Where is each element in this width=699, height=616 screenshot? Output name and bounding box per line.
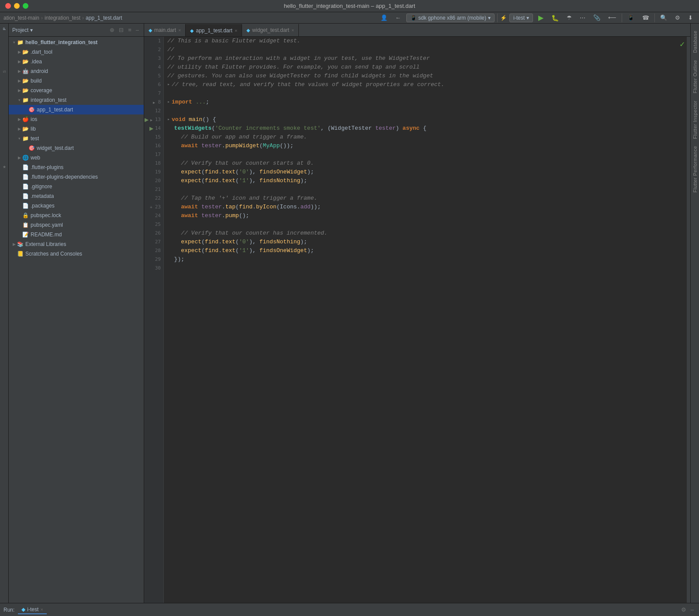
window-controls[interactable] bbox=[5, 3, 28, 9]
code-line-25 bbox=[167, 220, 683, 229]
tree-item-widget-test[interactable]: 🎯 widget_test.dart bbox=[9, 143, 144, 153]
gutter-line-29: 29 bbox=[155, 255, 161, 264]
tab-close-button[interactable]: × bbox=[291, 28, 294, 33]
tree-item-android[interactable]: ▶ 🤖 android bbox=[9, 66, 144, 76]
tree-item-dart-tool[interactable]: ▶ 📂 .dart_tool bbox=[9, 47, 144, 57]
gutter-line-27: 27 bbox=[155, 238, 161, 246]
folder-icon: 📂 bbox=[22, 77, 29, 84]
tree-item-ios[interactable]: ▶ 🍎 ios bbox=[9, 114, 144, 124]
expand-arrow: ▶ bbox=[17, 49, 22, 55]
project-panel: Project ▾ ⊕ ⊟ ≡ – ▾ 📁 hello_flutter_inte… bbox=[9, 24, 144, 603]
file-ok-indicator: ✓ bbox=[679, 40, 685, 48]
expand-arrow: ▶ bbox=[17, 59, 22, 64]
tree-item-web[interactable]: ▶ 🌐 web bbox=[9, 153, 144, 163]
tree-item-build[interactable]: ▶ 📂 build bbox=[9, 76, 144, 86]
run-gutter-icon[interactable]: ▶▶ bbox=[144, 117, 149, 123]
structure-icon[interactable]: S bbox=[1, 68, 8, 75]
update-button[interactable]: ⬇ bbox=[685, 13, 696, 22]
folder-icon: 📂 bbox=[22, 48, 29, 55]
tree-item-metadata[interactable]: 📄 .metadata bbox=[9, 191, 144, 201]
tree-item-pubspec-lock[interactable]: 🔒 pubspec.lock bbox=[9, 211, 144, 220]
maximize-button[interactable] bbox=[23, 3, 28, 9]
phone-icon: 📱 bbox=[410, 15, 417, 21]
file-icon: 📄 bbox=[22, 202, 29, 209]
tree-item-test[interactable]: ▾ 📁 test bbox=[9, 134, 144, 143]
coverage-button[interactable]: ☂ bbox=[564, 13, 574, 22]
search-everywhere-button[interactable]: 🔍 bbox=[657, 13, 670, 22]
gutter-line-25: 25 bbox=[155, 220, 161, 229]
favorites-icon[interactable]: ★ bbox=[1, 163, 8, 170]
more-run-options[interactable]: ⋯ bbox=[577, 13, 588, 22]
root-label: hello_flutter_integration_test bbox=[25, 39, 97, 45]
tree-item-app1-test[interactable]: 🎯 app_1_test.dart bbox=[9, 105, 144, 114]
tab-close-button[interactable]: × bbox=[235, 28, 237, 33]
tree-item-readme[interactable]: 📝 README.md bbox=[9, 230, 144, 239]
expand-arrow: ▾ bbox=[17, 136, 22, 141]
close-button[interactable] bbox=[5, 3, 11, 9]
gutter-line-19: 19 bbox=[155, 168, 161, 176]
vcs-button[interactable]: 👤 bbox=[378, 13, 390, 22]
sidebar-database[interactable]: Database bbox=[692, 27, 699, 56]
close-panel-button[interactable]: – bbox=[135, 26, 140, 34]
tab-app1-test[interactable]: ◆ app_1_test.dart × bbox=[186, 24, 242, 36]
code-content[interactable]: // This is a basic Flutter widget test. … bbox=[164, 37, 687, 603]
sidebar-flutter-performance[interactable]: Flutter Performance bbox=[692, 142, 699, 196]
breadcrumb-folder[interactable]: integration_test bbox=[45, 15, 80, 21]
settings-button[interactable]: ⚙ bbox=[672, 13, 683, 22]
no-arrow bbox=[23, 107, 28, 112]
run-gutter-icon[interactable]: ▶ bbox=[149, 125, 153, 132]
window-title: hello_flutter_integration_test-main – ap… bbox=[284, 3, 415, 9]
run-tab-close[interactable]: × bbox=[40, 607, 43, 612]
run-button[interactable]: ▶ bbox=[536, 12, 546, 23]
panel-toolbar: ⊕ ⊟ ≡ – bbox=[108, 26, 140, 34]
code-editor[interactable]: 1 2 3 4 5 6 7 ▸ 8 12 ▶▶ ▸ 13 ▶ bbox=[144, 37, 690, 603]
project-icon: 📁 bbox=[17, 39, 24, 46]
breadcrumb-project[interactable]: ation_test-main bbox=[3, 15, 39, 21]
sidebar-flutter-inspector[interactable]: Flutter Inspector bbox=[692, 97, 699, 142]
tree-item-scratches[interactable]: 📒 Scratches and Consoles bbox=[9, 249, 144, 259]
settings-button[interactable]: ⚙ bbox=[679, 606, 688, 614]
tree-item-coverage[interactable]: ▶ 📂 coverage bbox=[9, 86, 144, 95]
item-label: app_1_test.dart bbox=[37, 107, 73, 113]
item-label: widget_test.dart bbox=[37, 145, 74, 151]
tree-root[interactable]: ▾ 📁 hello_flutter_integration_test bbox=[9, 38, 144, 47]
tab-main-dart[interactable]: ◆ main.dart × bbox=[144, 24, 186, 36]
breadcrumb-file[interactable]: app_1_test.dart bbox=[86, 15, 122, 21]
tree-item-lib[interactable]: ▶ 📂 lib bbox=[9, 124, 144, 134]
code-line-12 bbox=[167, 107, 683, 115]
device-selector[interactable]: 📱 sdk gphone x86 arm (mobile) ▾ bbox=[406, 14, 495, 22]
tree-item-packages[interactable]: 📄 .packages bbox=[9, 201, 144, 211]
back-button[interactable]: ← bbox=[393, 13, 404, 22]
attach-button[interactable]: 📎 bbox=[591, 13, 603, 22]
tab-close-button[interactable]: × bbox=[178, 28, 181, 33]
sidebar-flutter-outline[interactable]: Flutter Outline bbox=[692, 56, 699, 97]
minimize-button[interactable]: – bbox=[689, 606, 696, 614]
tree-options-button[interactable]: ≡ bbox=[127, 26, 133, 34]
project-dropdown[interactable]: Project ▾ bbox=[12, 27, 33, 33]
minimize-button[interactable] bbox=[14, 3, 20, 9]
device-manager-button[interactable]: 📱 bbox=[625, 13, 637, 22]
run-tab-itest[interactable]: ◆ i-test × bbox=[18, 606, 46, 614]
collapse-all-button[interactable]: ⊟ bbox=[118, 26, 125, 34]
gutter-line-3: 3 bbox=[158, 54, 161, 63]
tree-item-pubspec-yaml[interactable]: 📋 pubspec.yaml bbox=[9, 220, 144, 230]
project-sidebar-icon[interactable]: P bbox=[1, 25, 8, 32]
run-config-selector[interactable]: i-test ▾ bbox=[509, 14, 533, 22]
locate-file-button[interactable]: ⊕ bbox=[108, 26, 116, 34]
editor-scrollbar[interactable] bbox=[687, 37, 690, 603]
tree-item-gitignore[interactable]: 📄 .gitignore bbox=[9, 182, 144, 191]
tab-widget-test[interactable]: ◆ widget_test.dart × bbox=[242, 24, 299, 36]
tree-item-flutter-plugins[interactable]: 📄 .flutter-plugins bbox=[9, 163, 144, 172]
tree-item-external-libs[interactable]: ▶ 📚 External Libraries bbox=[9, 239, 144, 249]
debug-button[interactable]: 🐛 bbox=[549, 13, 561, 23]
tree-item-idea[interactable]: ▶ 📂 .idea bbox=[9, 57, 144, 66]
android-icon: 🤖 bbox=[22, 68, 29, 75]
dart-icon: ◆ bbox=[190, 28, 194, 34]
expand-arrow: ▶ bbox=[11, 242, 17, 247]
tree-item-integration-test[interactable]: ▾ 📁 integration_test bbox=[9, 95, 144, 105]
phone-button[interactable]: ☎ bbox=[640, 13, 652, 22]
code-line-16: await tester.pumpWidget(MyApp()); bbox=[167, 142, 683, 150]
tree-item-flutter-plugins-dep[interactable]: 📄 .flutter-plugins-dependencies bbox=[9, 172, 144, 182]
code-line-24: await tester.pump(); bbox=[167, 211, 683, 220]
back-arrow-button[interactable]: ⟵ bbox=[606, 13, 619, 22]
